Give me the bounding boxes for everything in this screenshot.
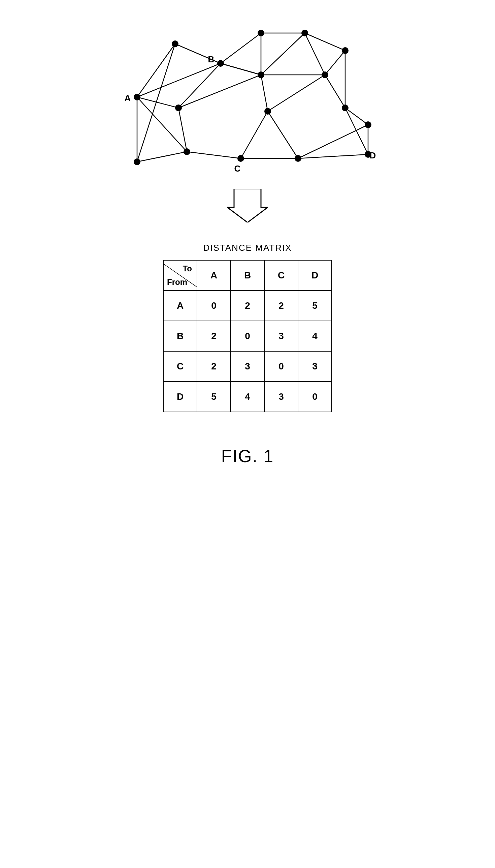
figure-label: FIG. 1 bbox=[221, 446, 274, 466]
svg-point-43 bbox=[175, 104, 182, 111]
table-row: C2303 bbox=[163, 351, 332, 381]
svg-point-38 bbox=[237, 155, 244, 162]
svg-marker-55 bbox=[227, 189, 268, 223]
row-header: D bbox=[163, 381, 197, 412]
svg-line-26 bbox=[298, 154, 368, 159]
matrix-cell: 0 bbox=[264, 351, 298, 381]
matrix-cell: 0 bbox=[197, 291, 231, 321]
matrix-cell: 5 bbox=[298, 291, 332, 321]
matrix-cell: 3 bbox=[231, 351, 264, 381]
distance-matrix-table: To From A B C D A0225B2034C2303D5430 bbox=[163, 260, 332, 412]
svg-text:A: A bbox=[124, 93, 131, 103]
col-header-A: A bbox=[197, 260, 231, 291]
matrix-cell: 4 bbox=[298, 321, 332, 351]
svg-point-53 bbox=[342, 104, 348, 111]
matrix-title: DISTANCE MATRIX bbox=[203, 243, 292, 253]
svg-point-52 bbox=[342, 47, 348, 54]
svg-point-49 bbox=[264, 108, 271, 115]
svg-line-11 bbox=[178, 63, 221, 108]
table-row: D5430 bbox=[163, 381, 332, 412]
svg-line-29 bbox=[305, 33, 325, 75]
svg-point-46 bbox=[258, 30, 264, 36]
svg-line-17 bbox=[261, 33, 305, 75]
table-row: B2034 bbox=[163, 321, 332, 351]
svg-point-54 bbox=[365, 121, 371, 128]
row-header: C bbox=[163, 351, 197, 381]
svg-line-18 bbox=[305, 33, 345, 51]
matrix-cell: 3 bbox=[264, 381, 298, 412]
svg-line-12 bbox=[221, 63, 261, 75]
svg-point-44 bbox=[184, 148, 190, 155]
svg-line-32 bbox=[345, 108, 368, 154]
svg-text:C: C bbox=[234, 163, 241, 174]
svg-line-7 bbox=[137, 152, 187, 162]
matrix-section: DISTANCE MATRIX To From A B C D bbox=[163, 243, 332, 412]
col-header-C: C bbox=[264, 260, 298, 291]
svg-line-23 bbox=[268, 75, 325, 111]
svg-point-47 bbox=[301, 30, 308, 36]
svg-line-21 bbox=[241, 111, 268, 159]
down-arrow bbox=[227, 189, 268, 223]
svg-point-36 bbox=[217, 60, 224, 67]
row-header: B bbox=[163, 321, 197, 351]
matrix-cell: 3 bbox=[264, 321, 298, 351]
row-header: A bbox=[163, 291, 197, 321]
svg-line-22 bbox=[268, 111, 298, 159]
svg-line-28 bbox=[325, 75, 345, 108]
svg-point-51 bbox=[322, 71, 328, 78]
matrix-cell: 2 bbox=[197, 351, 231, 381]
svg-point-34 bbox=[134, 94, 140, 100]
to-label: To bbox=[183, 264, 192, 273]
svg-point-42 bbox=[172, 40, 178, 47]
corner-header-cell: To From bbox=[163, 260, 197, 291]
matrix-cell: 0 bbox=[231, 321, 264, 351]
page-container: ABCD DISTANCE MATRIX To From A bbox=[109, 0, 386, 466]
svg-text:B: B bbox=[208, 54, 215, 64]
svg-line-14 bbox=[178, 75, 261, 108]
matrix-cell: 3 bbox=[298, 351, 332, 381]
matrix-cell: 2 bbox=[231, 291, 264, 321]
matrix-cell: 4 bbox=[231, 381, 264, 412]
svg-line-25 bbox=[298, 125, 368, 159]
svg-line-19 bbox=[261, 75, 268, 111]
col-header-B: B bbox=[231, 260, 264, 291]
svg-line-27 bbox=[325, 51, 345, 75]
table-row: A0225 bbox=[163, 291, 332, 321]
svg-line-9 bbox=[221, 33, 261, 63]
matrix-cell: 0 bbox=[298, 381, 332, 412]
svg-point-45 bbox=[134, 159, 140, 165]
svg-text:D: D bbox=[370, 150, 376, 161]
matrix-cell: 2 bbox=[197, 321, 231, 351]
svg-line-13 bbox=[178, 108, 187, 152]
graph-diagram: ABCD bbox=[116, 14, 379, 175]
from-label: From bbox=[167, 277, 187, 287]
svg-line-31 bbox=[345, 108, 368, 125]
col-header-D: D bbox=[298, 260, 332, 291]
matrix-cell: 2 bbox=[264, 291, 298, 321]
matrix-cell: 5 bbox=[197, 381, 231, 412]
svg-point-48 bbox=[258, 71, 264, 78]
svg-line-8 bbox=[187, 152, 241, 159]
svg-point-50 bbox=[295, 155, 301, 162]
